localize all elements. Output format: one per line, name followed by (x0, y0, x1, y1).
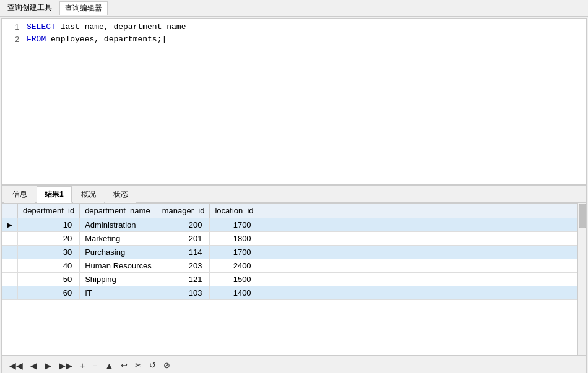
results-area: department_id department_name manager_id… (2, 203, 586, 355)
cell-manager-id: 200 (157, 218, 210, 232)
cell-spacer (259, 232, 586, 246)
code-text: last_name, department_name (61, 22, 186, 32)
line-number-2: 2 (7, 33, 19, 46)
refresh-button[interactable]: ↺ (147, 360, 158, 371)
row-arrow-cell (2, 232, 18, 246)
scrollbar-track[interactable] (577, 203, 586, 355)
code-content-2: FROM employees, departments; (27, 33, 166, 46)
scrollbar-thumb[interactable] (579, 204, 586, 228)
cell-location-id: 1500 (210, 273, 259, 286)
cell-department-name: IT (80, 286, 157, 300)
first-button[interactable]: ◀◀ (7, 360, 25, 371)
add-button[interactable]: + (77, 360, 87, 371)
next-button[interactable]: ▶ (42, 360, 54, 371)
cell-location-id: 1700 (210, 218, 259, 232)
cell-spacer (259, 273, 586, 286)
menu-query-builder[interactable]: 查询创建工具 (2, 1, 57, 15)
undo-button[interactable]: ↩ (118, 360, 130, 371)
col-header-manager-id: manager_id (157, 204, 210, 218)
col-header-department-id: department_id (18, 204, 80, 218)
table-row[interactable]: ▶10Administration2001700 (2, 218, 586, 232)
clear-button[interactable]: ⊘ (161, 360, 173, 371)
table-row[interactable]: 20Marketing2011800 (2, 232, 586, 246)
col-header-spacer (259, 204, 586, 218)
tab-results1[interactable]: 结果1 (37, 186, 72, 203)
cell-spacer (259, 286, 586, 300)
cell-spacer (259, 259, 586, 273)
up-button[interactable]: ▲ (102, 360, 116, 371)
table-row[interactable]: 50Shipping1211500 (2, 273, 586, 286)
cell-department-id: 40 (18, 259, 80, 273)
tab-info[interactable]: 信息 (4, 186, 35, 203)
tab-overview[interactable]: 概况 (73, 186, 104, 203)
code-text-2: employees, departments; (51, 35, 166, 44)
code-line-2: 2 FROM employees, departments; (2, 33, 586, 46)
delete-button[interactable]: − (90, 360, 100, 371)
table-row[interactable]: 40Human Resources2032400 (2, 259, 586, 273)
keyword-select: SELECT (27, 22, 56, 32)
cell-spacer (259, 218, 586, 232)
cell-manager-id: 201 (157, 232, 210, 246)
cell-department-id: 10 (18, 218, 80, 232)
table-header-row: department_id department_name manager_id… (2, 204, 586, 218)
cell-department-name: Shipping (80, 273, 157, 286)
cell-location-id: 1400 (210, 286, 259, 300)
menu-query-editor[interactable]: 查询编辑器 (59, 1, 108, 15)
cell-manager-id: 121 (157, 273, 210, 286)
tabs-bar: 信息 结果1 概况 状态 (2, 186, 586, 203)
table-row[interactable]: 60IT1031400 (2, 286, 586, 300)
col-header-department-name: department_name (80, 204, 157, 218)
row-arrow-cell: ▶ (2, 218, 18, 232)
main-container: 1 SELECT last_name, department_name 2 FR… (1, 18, 587, 373)
last-button[interactable]: ▶▶ (56, 360, 75, 371)
col-header-arrow (2, 204, 18, 218)
bottom-toolbar: ◀◀ ◀ ▶ ▶▶ + − ▲ ↩ ✂ ↺ ⊘ (2, 355, 586, 373)
row-arrow-cell (2, 259, 18, 273)
cell-spacer (259, 246, 586, 259)
cell-department-id: 50 (18, 273, 80, 286)
row-arrow-cell (2, 286, 18, 300)
results-table: department_id department_name manager_id… (2, 203, 586, 300)
line-number-1: 1 (7, 21, 19, 33)
cell-department-name: Purchasing (80, 246, 157, 259)
cell-department-name: Marketing (80, 232, 157, 246)
cell-department-id: 60 (18, 286, 80, 300)
cell-location-id: 2400 (210, 259, 259, 273)
menu-bar: 查询创建工具 查询编辑器 (0, 0, 588, 17)
cell-department-id: 20 (18, 232, 80, 246)
cut-button[interactable]: ✂ (132, 360, 144, 371)
cell-department-id: 30 (18, 246, 80, 259)
cell-location-id: 1700 (210, 246, 259, 259)
prev-button[interactable]: ◀ (28, 360, 40, 371)
row-arrow-cell (2, 273, 18, 286)
cell-manager-id: 114 (157, 246, 210, 259)
col-header-location-id: location_id (210, 204, 259, 218)
cell-manager-id: 203 (157, 259, 210, 273)
code-line-1: 1 SELECT last_name, department_name (2, 21, 586, 33)
editor-area[interactable]: 1 SELECT last_name, department_name 2 FR… (2, 19, 586, 186)
keyword-from: FROM (27, 35, 46, 44)
cell-location-id: 1800 (210, 232, 259, 246)
cell-department-name: Administration (80, 218, 157, 232)
code-content-1: SELECT last_name, department_name (27, 21, 186, 33)
row-arrow-cell (2, 246, 18, 259)
table-row[interactable]: 30Purchasing1141700 (2, 246, 586, 259)
cell-department-name: Human Resources (80, 259, 157, 273)
cell-manager-id: 103 (157, 286, 210, 300)
tab-status[interactable]: 状态 (105, 186, 136, 203)
